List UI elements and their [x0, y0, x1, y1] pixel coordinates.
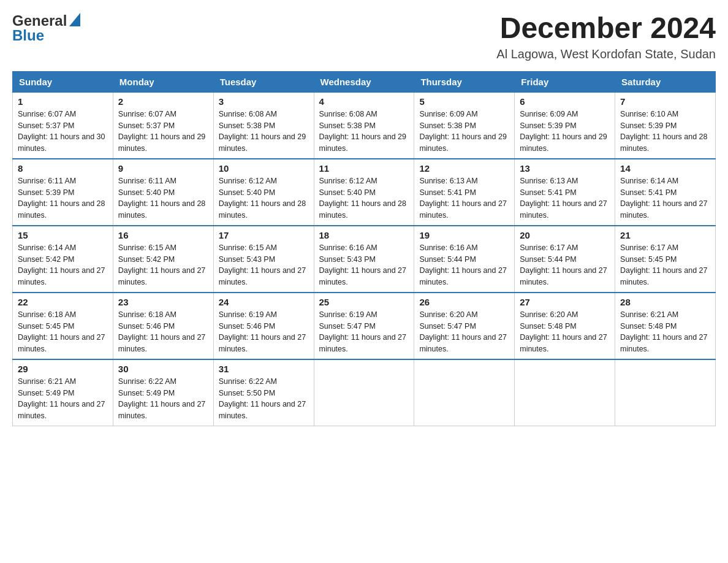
day-number: 21	[620, 230, 710, 240]
month-title: December 2024	[496, 12, 716, 45]
day-number: 10	[219, 163, 309, 174]
day-info: Sunrise: 6:18 AMSunset: 5:46 PMDaylight:…	[118, 310, 205, 353]
calendar-cell: 7 Sunrise: 6:10 AMSunset: 5:39 PMDayligh…	[615, 92, 716, 159]
calendar-cell: 25 Sunrise: 6:19 AMSunset: 5:47 PMDaylig…	[314, 293, 414, 359]
day-number: 1	[18, 96, 108, 107]
calendar-cell: 9 Sunrise: 6:11 AMSunset: 5:40 PMDayligh…	[113, 159, 213, 226]
day-number: 13	[520, 163, 610, 174]
day-info: Sunrise: 6:07 AMSunset: 5:37 PMDaylight:…	[18, 110, 105, 153]
calendar-header-thursday: Thursday	[414, 71, 515, 92]
calendar-header-row: SundayMondayTuesdayWednesdayThursdayFrid…	[13, 71, 716, 92]
calendar-cell: 4 Sunrise: 6:08 AMSunset: 5:38 PMDayligh…	[314, 92, 414, 159]
calendar-week-row: 29 Sunrise: 6:21 AMSunset: 5:49 PMDaylig…	[13, 359, 716, 426]
day-number: 3	[219, 96, 309, 107]
calendar-header-wednesday: Wednesday	[314, 71, 414, 92]
day-info: Sunrise: 6:20 AMSunset: 5:48 PMDaylight:…	[520, 310, 607, 353]
calendar-week-row: 22 Sunrise: 6:18 AMSunset: 5:45 PMDaylig…	[13, 293, 716, 359]
day-number: 20	[520, 230, 610, 240]
day-info: Sunrise: 6:13 AMSunset: 5:41 PMDaylight:…	[419, 177, 506, 220]
day-info: Sunrise: 6:14 AMSunset: 5:42 PMDaylight:…	[18, 243, 105, 286]
logo-blue-text: Blue	[12, 27, 44, 44]
day-info: Sunrise: 6:22 AMSunset: 5:49 PMDaylight:…	[118, 377, 205, 420]
calendar-header-monday: Monday	[113, 71, 213, 92]
day-info: Sunrise: 6:11 AMSunset: 5:40 PMDaylight:…	[118, 177, 205, 220]
calendar-cell: 6 Sunrise: 6:09 AMSunset: 5:39 PMDayligh…	[515, 92, 615, 159]
day-number: 16	[118, 230, 208, 240]
calendar-table: SundayMondayTuesdayWednesdayThursdayFrid…	[12, 71, 716, 426]
day-number: 9	[118, 163, 208, 174]
calendar-cell	[515, 359, 615, 426]
day-number: 15	[18, 230, 108, 240]
day-info: Sunrise: 6:09 AMSunset: 5:39 PMDaylight:…	[520, 110, 607, 153]
day-number: 11	[319, 163, 409, 174]
day-info: Sunrise: 6:19 AMSunset: 5:47 PMDaylight:…	[319, 310, 406, 353]
calendar-cell: 16 Sunrise: 6:15 AMSunset: 5:42 PMDaylig…	[113, 226, 213, 293]
location-title: Al Lagowa, West Kordofan State, Sudan	[496, 47, 716, 61]
calendar-cell: 23 Sunrise: 6:18 AMSunset: 5:46 PMDaylig…	[113, 293, 213, 359]
day-info: Sunrise: 6:22 AMSunset: 5:50 PMDaylight:…	[219, 377, 306, 420]
calendar-week-row: 1 Sunrise: 6:07 AMSunset: 5:37 PMDayligh…	[13, 92, 716, 159]
title-area: December 2024 Al Lagowa, West Kordofan S…	[496, 12, 716, 61]
day-info: Sunrise: 6:15 AMSunset: 5:42 PMDaylight:…	[118, 243, 205, 286]
day-info: Sunrise: 6:20 AMSunset: 5:47 PMDaylight:…	[419, 310, 506, 353]
day-number: 2	[118, 96, 208, 107]
day-number: 22	[18, 297, 108, 307]
calendar-header-tuesday: Tuesday	[213, 71, 314, 92]
day-number: 18	[319, 230, 409, 240]
day-info: Sunrise: 6:10 AMSunset: 5:39 PMDaylight:…	[620, 110, 707, 153]
day-number: 24	[219, 297, 309, 307]
day-number: 8	[18, 163, 108, 174]
calendar-cell: 30 Sunrise: 6:22 AMSunset: 5:49 PMDaylig…	[113, 359, 213, 426]
calendar-cell: 17 Sunrise: 6:15 AMSunset: 5:43 PMDaylig…	[213, 226, 314, 293]
calendar-cell: 22 Sunrise: 6:18 AMSunset: 5:45 PMDaylig…	[13, 293, 113, 359]
calendar-cell: 24 Sunrise: 6:19 AMSunset: 5:46 PMDaylig…	[213, 293, 314, 359]
calendar-cell: 27 Sunrise: 6:20 AMSunset: 5:48 PMDaylig…	[515, 293, 615, 359]
logo-triangle-icon	[69, 13, 80, 29]
calendar-cell: 14 Sunrise: 6:14 AMSunset: 5:41 PMDaylig…	[615, 159, 716, 226]
calendar-cell: 5 Sunrise: 6:09 AMSunset: 5:38 PMDayligh…	[414, 92, 515, 159]
calendar-cell: 28 Sunrise: 6:21 AMSunset: 5:48 PMDaylig…	[615, 293, 716, 359]
calendar-cell: 31 Sunrise: 6:22 AMSunset: 5:50 PMDaylig…	[213, 359, 314, 426]
day-info: Sunrise: 6:08 AMSunset: 5:38 PMDaylight:…	[219, 110, 306, 153]
calendar-cell: 19 Sunrise: 6:16 AMSunset: 5:44 PMDaylig…	[414, 226, 515, 293]
day-info: Sunrise: 6:09 AMSunset: 5:38 PMDaylight:…	[419, 110, 506, 153]
day-number: 6	[520, 96, 610, 107]
calendar-cell: 18 Sunrise: 6:16 AMSunset: 5:43 PMDaylig…	[314, 226, 414, 293]
day-info: Sunrise: 6:11 AMSunset: 5:39 PMDaylight:…	[18, 177, 105, 220]
calendar-cell: 13 Sunrise: 6:13 AMSunset: 5:41 PMDaylig…	[515, 159, 615, 226]
day-info: Sunrise: 6:19 AMSunset: 5:46 PMDaylight:…	[219, 310, 306, 353]
calendar-cell: 3 Sunrise: 6:08 AMSunset: 5:38 PMDayligh…	[213, 92, 314, 159]
day-number: 28	[620, 297, 710, 307]
calendar-cell: 11 Sunrise: 6:12 AMSunset: 5:40 PMDaylig…	[314, 159, 414, 226]
calendar-cell: 2 Sunrise: 6:07 AMSunset: 5:37 PMDayligh…	[113, 92, 213, 159]
day-number: 14	[620, 163, 710, 174]
calendar-cell	[615, 359, 716, 426]
calendar-header-friday: Friday	[515, 71, 615, 92]
day-info: Sunrise: 6:21 AMSunset: 5:48 PMDaylight:…	[620, 310, 707, 353]
day-number: 7	[620, 96, 710, 107]
day-number: 4	[319, 96, 409, 107]
day-number: 12	[419, 163, 509, 174]
day-info: Sunrise: 6:14 AMSunset: 5:41 PMDaylight:…	[620, 177, 707, 220]
day-info: Sunrise: 6:16 AMSunset: 5:43 PMDaylight:…	[319, 243, 406, 286]
day-info: Sunrise: 6:13 AMSunset: 5:41 PMDaylight:…	[520, 177, 607, 220]
calendar-cell: 12 Sunrise: 6:13 AMSunset: 5:41 PMDaylig…	[414, 159, 515, 226]
day-number: 5	[419, 96, 509, 107]
day-info: Sunrise: 6:16 AMSunset: 5:44 PMDaylight:…	[419, 243, 506, 286]
calendar-header-saturday: Saturday	[615, 71, 716, 92]
day-info: Sunrise: 6:12 AMSunset: 5:40 PMDaylight:…	[319, 177, 406, 220]
calendar-cell	[314, 359, 414, 426]
day-number: 26	[419, 297, 509, 307]
calendar-cell	[414, 359, 515, 426]
day-info: Sunrise: 6:15 AMSunset: 5:43 PMDaylight:…	[219, 243, 306, 286]
calendar-week-row: 8 Sunrise: 6:11 AMSunset: 5:39 PMDayligh…	[13, 159, 716, 226]
calendar-cell: 29 Sunrise: 6:21 AMSunset: 5:49 PMDaylig…	[13, 359, 113, 426]
day-number: 17	[219, 230, 309, 240]
calendar-cell: 21 Sunrise: 6:17 AMSunset: 5:45 PMDaylig…	[615, 226, 716, 293]
calendar-cell: 20 Sunrise: 6:17 AMSunset: 5:44 PMDaylig…	[515, 226, 615, 293]
day-info: Sunrise: 6:21 AMSunset: 5:49 PMDaylight:…	[18, 377, 105, 420]
day-info: Sunrise: 6:17 AMSunset: 5:44 PMDaylight:…	[520, 243, 607, 286]
calendar-header-sunday: Sunday	[13, 71, 113, 92]
calendar-cell: 15 Sunrise: 6:14 AMSunset: 5:42 PMDaylig…	[13, 226, 113, 293]
day-info: Sunrise: 6:12 AMSunset: 5:40 PMDaylight:…	[219, 177, 306, 220]
